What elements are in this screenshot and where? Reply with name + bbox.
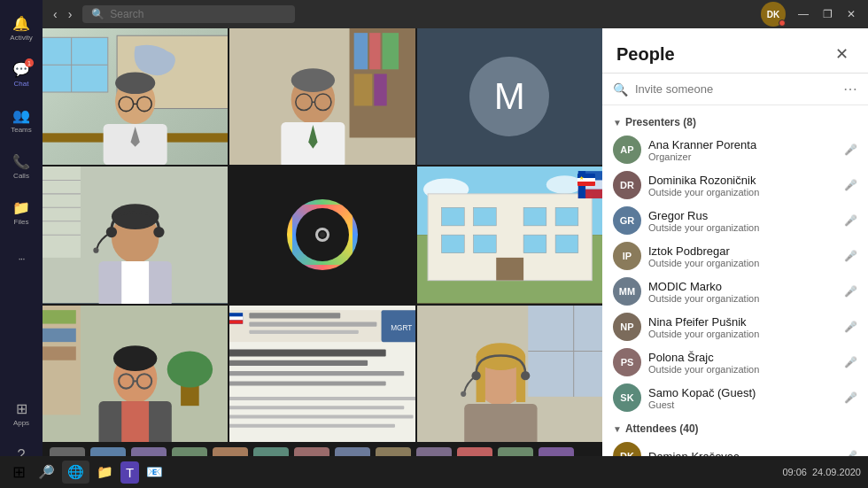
mic-icon[interactable]: 🎤 [844,285,857,298]
person-avatar: SK [613,383,641,412]
sidebar-item-more[interactable]: ··· [4,237,39,280]
people-options-icon[interactable]: ⋯ [843,81,857,97]
svg-point-42 [320,232,325,237]
person-role: Outside your organization [648,329,837,339]
person-item[interactable]: SKSamo Kopač (Guest)Guest🎤 [602,380,868,415]
svg-rect-56 [496,258,523,281]
person-avatar: PS [613,348,641,376]
sidebar-item-calls[interactable]: 📞 Calls [4,145,39,188]
mic-icon[interactable]: 🎤 [844,250,857,262]
windows-start-button[interactable]: ⊞ [7,459,31,485]
people-search-icon: 🔍 [613,82,628,97]
mic-icon[interactable]: 🎤 [844,321,857,333]
svg-rect-16 [383,33,399,69]
sidebar-item-apps[interactable]: ⊞ Apps [4,392,39,435]
nav-back-button[interactable]: ‹ [50,5,61,23]
sidebar-item-teams[interactable]: 👥 Teams [4,99,39,142]
person-name: Samo Kopač (Guest) [648,386,837,399]
svg-rect-17 [354,74,373,105]
person-item[interactable]: APAna Kranner PorentaOrganizer🎤 [602,132,868,167]
svg-rect-72 [121,401,149,442]
sidebar-item-label: Files [14,218,29,226]
search-box[interactable]: 🔍 [82,5,295,23]
user-avatar[interactable]: DK [761,2,786,27]
mic-icon[interactable]: 🎤 [844,179,857,191]
minimize-button[interactable]: — [793,6,814,22]
person-actions: 🎤 [844,250,857,262]
taskbar: ⊞ 🔎 🌐 📁 T 📧 09:06 24.09.2020 [0,456,868,488]
nav-forward-button[interactable]: › [65,5,76,23]
taskbar-left: ⊞ 🔎 🌐 📁 T 📧 [7,459,168,485]
taskbar-time: 09:06 [782,466,807,478]
video-cell-7 [43,306,228,442]
person-name: Nina Pfeifer Pušnik [648,315,837,329]
person-info: Gregor RusOutside your organization [648,209,837,233]
taskbar-edge-button[interactable]: 🌐 [62,461,89,484]
video-cell-2 [229,28,415,165]
people-invite-input[interactable] [635,82,836,96]
person-item[interactable]: DRDominika RozoničnikOutside your organi… [602,167,868,203]
section-header-attendees[interactable]: ▼ Attendees (40) [602,415,868,438]
title-bar: ‹ › 🔍 DK — ❐ ✕ [43,0,868,28]
taskbar-date: 24.09.2020 [812,466,861,478]
nav-arrows: ‹ › [50,5,75,23]
person-avatar: IP [613,242,641,270]
mic-icon[interactable]: 🎤 [844,143,857,156]
badge: 1 [25,58,34,67]
taskbar-app2-button[interactable]: 📧 [141,461,168,484]
person-actions: 🎤 [844,285,857,298]
people-panel: People ✕ 🔍 ⋯ ▼ Presenters (8)APAna Krann… [602,28,868,488]
svg-rect-88 [229,397,415,400]
teams-icon: 👥 [12,107,30,124]
search-input[interactable] [110,8,286,20]
svg-rect-83 [250,329,359,333]
person-item[interactable]: PSPolona ŠrajcOutside your organization🎤 [602,345,868,380]
person-info: Nina Pfeifer PušnikOutside your organiza… [648,315,837,339]
person-info: Iztok PodbregarOutside your organization [648,244,837,268]
svg-point-104 [521,371,530,380]
taskbar-right: 09:06 24.09.2020 [782,466,861,478]
person-item[interactable]: MMMODIC MarkoOutside your organization🎤 [602,274,868,309]
mic-icon[interactable]: 🎤 [844,391,857,404]
title-bar-left: ‹ › 🔍 [50,5,295,23]
taskbar-explorer-button[interactable]: 📁 [91,461,119,484]
svg-rect-80 [229,320,243,323]
people-search-bar: 🔍 ⋯ [602,74,868,105]
sidebar-item-label: Chat [14,80,29,88]
maximize-button[interactable]: ❐ [818,6,838,22]
svg-rect-51 [555,208,578,227]
person-name: Polona Šrajc [648,351,837,364]
taskbar-teams-button[interactable]: T [120,461,139,484]
mic-icon[interactable]: 🎤 [844,214,857,227]
person-role: Outside your organization [648,187,837,198]
svg-point-39 [93,248,98,253]
svg-rect-81 [250,313,341,318]
person-item[interactable]: NPNina Pfeifer PušnikOutside your organi… [602,309,868,345]
sidebar-item-label: Activity [10,34,32,42]
sidebar-item-files[interactable]: 📁 Files [4,191,39,234]
sidebar-item-chat[interactable]: 💬 Chat 1 [4,53,39,96]
section-header-presenters[interactable]: ▼ Presenters (8) [602,109,868,132]
person-item[interactable]: GRGregor RusOutside your organization🎤 [602,203,868,238]
svg-rect-79 [229,316,243,320]
svg-rect-52 [441,235,464,253]
video-cell-1 [43,28,228,165]
people-close-button[interactable]: ✕ [830,43,854,66]
close-button[interactable]: ✕ [841,6,861,22]
svg-rect-36 [121,261,149,303]
person-info: Polona ŠrajcOutside your organization [648,351,837,375]
camera-ring [287,199,358,270]
person-avatar: MM [613,277,641,306]
video-cell-camera [229,167,415,303]
sidebar-item-activity[interactable]: 🔔 Activity [4,7,39,50]
svg-rect-15 [369,33,380,69]
person-role: Outside your organization [648,258,837,268]
svg-rect-48 [441,208,464,227]
mic-icon[interactable]: 🎤 [844,356,857,368]
person-role: Outside your organization [648,364,837,375]
person-name: Ana Kranner Porenta [648,138,837,151]
person-item[interactable]: IPIztok PodbregarOutside your organizati… [602,238,868,274]
sidebar-item-label: Apps [13,419,29,427]
files-icon: 📁 [12,199,30,216]
taskbar-search-button[interactable]: 🔎 [33,461,60,484]
